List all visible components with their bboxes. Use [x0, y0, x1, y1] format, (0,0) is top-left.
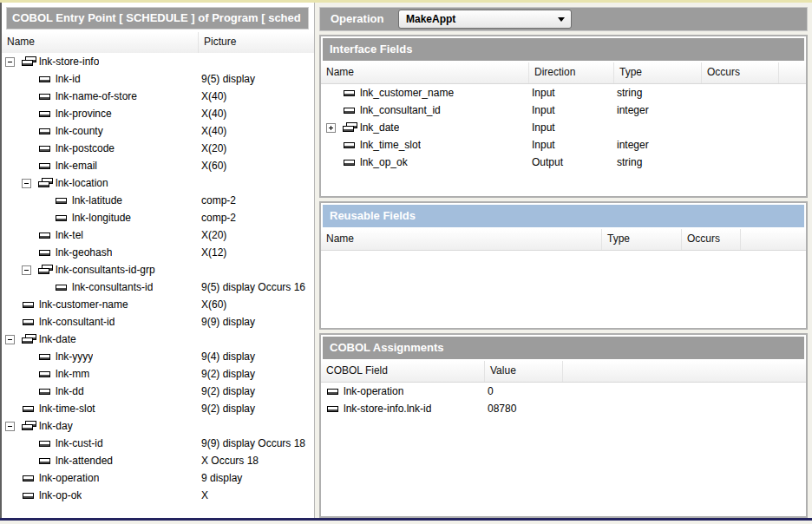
- expander-icon[interactable]: [5, 335, 15, 344]
- tree-row-name-cell: lnk-date: [2, 331, 198, 348]
- field-picture: 9(2) display: [198, 400, 314, 417]
- tree-row[interactable]: lnk-customer-name X(60): [2, 296, 314, 313]
- expander-icon[interactable]: [326, 123, 336, 133]
- tree-row[interactable]: lnk-consultants-id 9(5) display Occurs 1…: [2, 278, 314, 296]
- column-header-cobol-field[interactable]: COBOL Field: [321, 361, 484, 382]
- tree-row[interactable]: lnk-op-ok X: [2, 487, 314, 504]
- left-column-header: Name Picture: [2, 32, 314, 54]
- field-picture: X(12): [198, 244, 314, 261]
- tree-row-name-cell: lnk-cust-id: [2, 435, 198, 452]
- tree-row[interactable]: lnk-email X(60): [2, 157, 314, 174]
- interface-field-row[interactable]: lnk_customer_name Input string: [321, 84, 806, 102]
- assignment-field-name: lnk-store-info.lnk-id: [344, 403, 431, 415]
- assignment-row[interactable]: lnk-operation 0: [321, 383, 806, 400]
- tree-row[interactable]: lnk-cust-id 9(9) display Occurs 18: [2, 435, 314, 452]
- tree-row[interactable]: lnk-province X(40): [2, 105, 314, 122]
- tree-row[interactable]: lnk-id 9(5) display: [2, 70, 314, 88]
- field-picture: 9(9) display: [198, 313, 314, 331]
- tree-row[interactable]: lnk-date: [2, 331, 314, 348]
- expander-icon[interactable]: [22, 265, 31, 275]
- interface-field-name-cell: lnk_op_ok: [321, 154, 528, 171]
- interface-field-row[interactable]: lnk_time_slot Input integer: [321, 136, 806, 154]
- tree-row-name-cell: lnk-attended: [2, 452, 198, 469]
- field-name: lnk-store-info: [39, 56, 99, 68]
- cobol-assignments-header[interactable]: COBOL Assignments: [323, 337, 804, 359]
- tree-row[interactable]: lnk-store-info: [2, 53, 314, 70]
- column-header-spacer: [778, 62, 806, 83]
- interface-field-name-cell: lnk_consultant_id: [321, 102, 528, 119]
- tree-row[interactable]: lnk-consultants-id-grp: [2, 261, 314, 278]
- field-picture: X(20): [198, 226, 314, 244]
- field-name: lnk-latitude: [72, 194, 122, 206]
- tree-row[interactable]: lnk-latitude comp-2: [2, 192, 314, 209]
- column-header-picture[interactable]: Picture: [198, 32, 314, 53]
- column-header-name[interactable]: Name: [321, 229, 601, 250]
- field-name: lnk-tel: [56, 229, 83, 241]
- cobol-assignments-list: lnk-operation 0 lnk-store-info.lnk-id 08…: [321, 383, 806, 417]
- column-header-occurs[interactable]: Occurs: [681, 229, 740, 250]
- field-name: lnk-name-of-store: [56, 90, 137, 102]
- tree-row[interactable]: lnk-location: [2, 174, 314, 192]
- field-name: lnk-day: [39, 420, 73, 432]
- tree-row[interactable]: lnk-county X(40): [2, 122, 314, 140]
- column-header-occurs[interactable]: Occurs: [701, 62, 778, 83]
- reusable-fields-header[interactable]: Reusable Fields: [323, 205, 804, 227]
- field-name: lnk-mm: [56, 368, 89, 380]
- column-header-name[interactable]: Name: [321, 62, 528, 83]
- column-header-type[interactable]: Type: [601, 229, 681, 250]
- tree-row[interactable]: lnk-day: [2, 417, 314, 435]
- tree-row[interactable]: lnk-attended X Occurs 18: [2, 452, 314, 469]
- tree-indent: [5, 183, 22, 184]
- tree-row[interactable]: lnk-yyyy 9(4) display: [2, 348, 314, 365]
- field-picture: 9(2) display: [198, 365, 314, 383]
- tree-row[interactable]: lnk-mm 9(2) display: [2, 365, 314, 383]
- tree-row[interactable]: lnk-tel X(20): [2, 226, 314, 244]
- tree-row[interactable]: lnk-geohash X(12): [2, 244, 314, 261]
- tree-row[interactable]: lnk-longitude comp-2: [2, 209, 314, 226]
- tree-row[interactable]: lnk-name-of-store X(40): [2, 88, 314, 105]
- column-header-type[interactable]: Type: [613, 62, 701, 83]
- tree-indent: [5, 200, 38, 201]
- assignment-row[interactable]: lnk-store-info.lnk-id 08780: [321, 400, 806, 417]
- expander-icon[interactable]: [5, 57, 15, 67]
- column-header-value[interactable]: Value: [484, 361, 562, 382]
- interface-field-row[interactable]: lnk_date Input: [321, 119, 806, 136]
- tree-indent: [5, 114, 22, 115]
- tree-row-name-cell: lnk-tel: [2, 226, 198, 244]
- reusable-fields-column-header: Name Type Occurs: [321, 229, 806, 251]
- assignment-field-name: lnk-operation: [344, 385, 403, 397]
- field-icon: [38, 351, 53, 362]
- tree-row[interactable]: lnk-time-slot 9(2) display: [2, 400, 314, 417]
- interface-fields-section: Interface Fields Name Direction Type Occ…: [319, 35, 808, 198]
- tree-row[interactable]: lnk-dd 9(2) display: [2, 383, 314, 400]
- field-icon: [55, 282, 69, 292]
- field-icon: [38, 247, 53, 258]
- tree-row[interactable]: lnk-operation 9 display: [2, 469, 314, 487]
- field-name: lnk_consultant_id: [360, 104, 441, 116]
- expander-icon[interactable]: [5, 422, 15, 431]
- interface-field-row[interactable]: lnk_consultant_id Input integer: [321, 102, 806, 119]
- column-header-direction[interactable]: Direction: [528, 62, 613, 83]
- field-icon: [326, 386, 341, 396]
- interface-fields-header[interactable]: Interface Fields: [323, 38, 804, 61]
- column-header-name[interactable]: Name: [2, 32, 198, 53]
- tree-row-name-cell: lnk-id: [2, 70, 198, 88]
- tree-row[interactable]: lnk-consultant-id 9(9) display: [2, 313, 314, 331]
- tree-row-name-cell: lnk-location: [2, 174, 198, 192]
- tree-row[interactable]: lnk-postcode X(20): [2, 140, 314, 157]
- tree-row-name-cell: lnk-store-info: [2, 53, 198, 70]
- app-window: COBOL Entry Point [ SCHEDULE ] of Progra…: [0, 0, 812, 524]
- interface-field-row[interactable]: lnk_op_ok Output string: [321, 154, 806, 171]
- field-name: lnk-cust-id: [56, 437, 103, 449]
- field-name: lnk-postcode: [56, 142, 115, 154]
- field-picture: 9(2) display: [198, 383, 314, 400]
- field-name: lnk_customer_name: [360, 87, 454, 99]
- operation-select[interactable]: MakeAppt: [398, 10, 572, 29]
- tree-row-name-cell: lnk-dd: [2, 383, 198, 400]
- tree-indent: [5, 79, 22, 80]
- expander-icon[interactable]: [22, 179, 31, 188]
- chevron-down-icon[interactable]: [558, 17, 565, 22]
- field-icon: [343, 88, 357, 98]
- tree-row-name-cell: lnk-customer-name: [2, 296, 198, 313]
- tree-row-name-cell: lnk-operation: [2, 469, 198, 487]
